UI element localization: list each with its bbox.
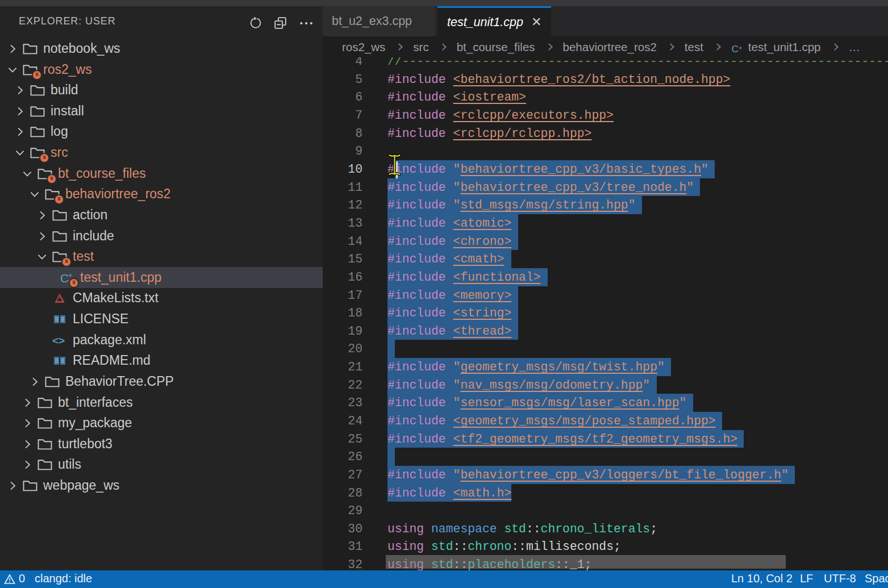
- svg-text:C: C: [732, 44, 739, 55]
- svg-text:C: C: [60, 272, 69, 284]
- svg-text:<>: <>: [52, 335, 65, 347]
- svg-text:+: +: [739, 44, 742, 51]
